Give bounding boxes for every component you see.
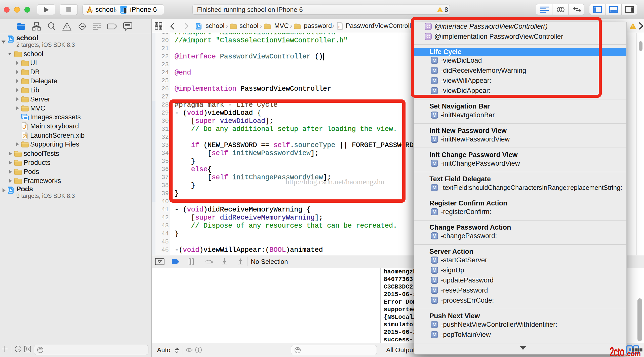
svg-text:m: m [338, 24, 341, 29]
